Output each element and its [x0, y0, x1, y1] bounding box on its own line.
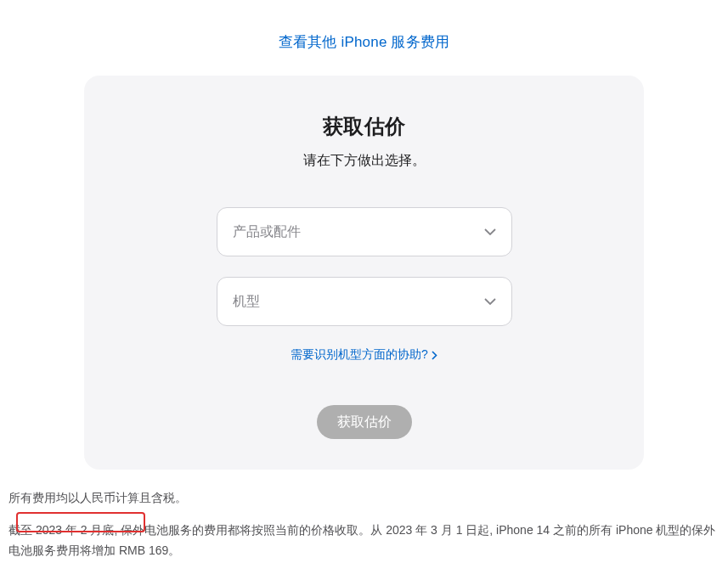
button-row: 获取估价: [118, 405, 610, 439]
footer-line-1: 所有费用均以人民币计算且含税。: [8, 488, 720, 509]
product-select[interactable]: 产品或配件: [217, 207, 512, 256]
other-services-link[interactable]: 查看其他 iPhone 服务费用: [279, 34, 450, 50]
footer-line-2: 截至 2023 年 2 月底, 保外电池服务的费用都将按照当前的价格收取。从 2…: [8, 521, 720, 561]
identify-model-help-link[interactable]: 需要识别机型方面的协助?: [291, 347, 437, 363]
top-link-container: 查看其他 iPhone 服务费用: [0, 0, 728, 76]
model-select[interactable]: 机型: [217, 277, 512, 326]
card-subtitle: 请在下方做出选择。: [118, 152, 610, 170]
help-link-label: 需要识别机型方面的协助?: [291, 347, 428, 363]
get-estimate-button[interactable]: 获取估价: [317, 405, 412, 439]
chevron-right-icon: [432, 351, 437, 360]
model-select-wrap: 机型: [217, 277, 512, 326]
product-select-placeholder: 产品或配件: [233, 223, 301, 241]
product-select-wrap: 产品或配件: [217, 207, 512, 256]
chevron-down-icon: [484, 226, 496, 238]
footer-text: 所有费用均以人民币计算且含税。 截至 2023 年 2 月底, 保外电池服务的费…: [0, 470, 728, 560]
card-title: 获取估价: [118, 113, 610, 140]
chevron-down-icon: [484, 296, 496, 307]
estimate-card: 获取估价 请在下方做出选择。 产品或配件 机型 需要识别机型方面的协助? 获取估…: [84, 76, 644, 470]
model-select-placeholder: 机型: [233, 293, 260, 311]
